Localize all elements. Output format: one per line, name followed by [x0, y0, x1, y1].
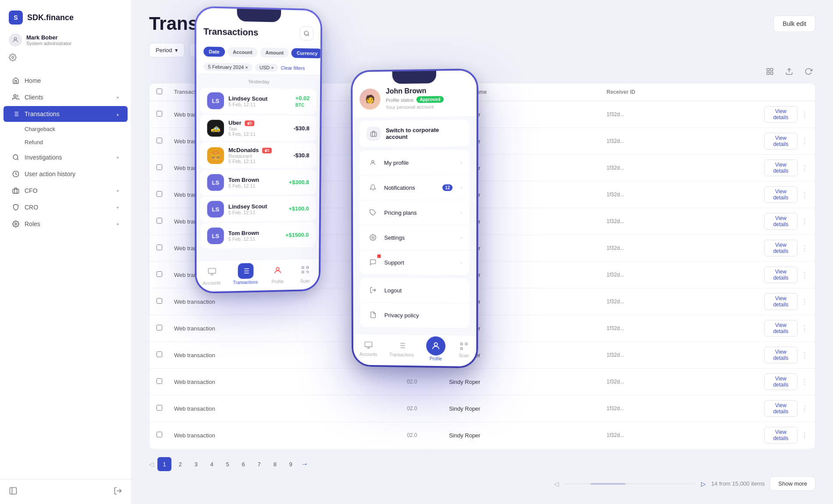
page-btn-9[interactable]: 9 — [284, 457, 298, 471]
select-all-checkbox[interactable] — [157, 89, 162, 94]
tx-item-mcdonalds[interactable]: 🍔 McDonalds 🏷 Restaurant5 Feb, 12:11 -$3… — [200, 142, 316, 169]
row-more-icon[interactable]: ⋮ — [801, 271, 808, 279]
tx-item-tom2[interactable]: LS Tom Brown 5 Feb, 12:11 +$1500.0 — [200, 222, 316, 249]
bnav-scan[interactable]: Scan — [297, 262, 313, 283]
scroll-right-btn[interactable]: ▷ — [701, 480, 706, 487]
switch-corporate-btn[interactable]: Switch to corporate account — [360, 120, 469, 147]
grid-view-icon[interactable] — [763, 64, 777, 78]
tx-item-lindsey2[interactable]: LS Lindsey Scout 5 Feb, 12:11 +$100.0 — [200, 196, 316, 222]
sidebar-item-user-action-history[interactable]: User action history — [4, 166, 128, 182]
menu-item-pricing-plans[interactable]: Pricing plans › — [360, 200, 470, 225]
clear-filters-btn[interactable]: Clear filters — [281, 65, 305, 71]
sidebar-item-transactions[interactable]: Transactions ▴ — [4, 106, 128, 122]
tab-currency[interactable]: Currency — [292, 48, 320, 58]
p2-bnav-accounts[interactable]: Accounts — [360, 339, 377, 357]
period-filter[interactable]: Period ▾ — [149, 43, 185, 57]
page-btn-1[interactable]: 1 — [157, 457, 171, 471]
sidebar-item-investigations[interactable]: Investigations ▾ — [4, 149, 128, 165]
sidebar-item-home[interactable]: Home — [4, 73, 128, 89]
sidebar-item-cfo[interactable]: CFO ▾ — [4, 183, 128, 199]
view-details-button[interactable]: View details — [764, 133, 797, 149]
row-more-icon[interactable]: ⋮ — [801, 110, 808, 119]
tab-amount[interactable]: Amount — [260, 48, 289, 58]
p2-bnav-profile[interactable]: Profile — [426, 336, 445, 361]
row-checkbox[interactable] — [157, 351, 162, 357]
view-details-button[interactable]: View details — [764, 266, 797, 283]
view-details-button[interactable]: View details — [764, 186, 797, 203]
view-details-button[interactable]: View details — [764, 213, 797, 230]
bulk-edit-button[interactable]: Bulk edit — [773, 15, 815, 32]
row-checkbox[interactable] — [157, 432, 162, 437]
tab-account[interactable]: Account — [228, 47, 258, 57]
view-details-button[interactable]: View details — [764, 320, 797, 337]
row-checkbox[interactable] — [157, 218, 162, 224]
filter-chip-date[interactable]: 5 February 2024 × — [203, 63, 253, 71]
row-checkbox[interactable] — [157, 111, 162, 117]
view-details-button[interactable]: View details — [764, 400, 797, 417]
export-icon[interactable] — [782, 64, 796, 78]
sidebar-collapse-btn[interactable] — [9, 486, 18, 497]
tab-date[interactable]: Date — [203, 46, 225, 57]
row-more-icon[interactable]: ⋮ — [801, 324, 808, 333]
view-details-button[interactable]: View details — [764, 160, 797, 176]
sidebar-item-clients[interactable]: Clients ▾ — [4, 89, 128, 105]
logout-btn[interactable]: Logout — [360, 278, 469, 303]
view-details-button[interactable]: View details — [764, 373, 797, 390]
page-btn-4[interactable]: 4 — [205, 457, 219, 471]
horizontal-scrollbar[interactable] — [564, 483, 696, 485]
row-checkbox[interactable] — [157, 405, 162, 411]
menu-item-my-profile[interactable]: My profile › — [360, 150, 469, 176]
filter-chip-currency[interactable]: USD × — [255, 64, 278, 72]
row-more-icon[interactable]: ⋮ — [801, 164, 808, 172]
page-btn-5[interactable]: 5 — [221, 457, 235, 471]
sidebar-item-roles[interactable]: Roles ▾ — [4, 216, 128, 232]
scroll-left-btn[interactable]: ◁ — [554, 480, 559, 487]
row-checkbox[interactable] — [157, 164, 162, 170]
sidebar-item-refund[interactable]: Refund — [4, 136, 128, 149]
sidebar-settings[interactable] — [0, 53, 131, 68]
bnav-accounts[interactable]: Accounts — [203, 263, 221, 285]
tx-item-lindsey1[interactable]: LS Lindsey Scout 5 Feb, 12:11 +0.02BTC — [200, 88, 317, 114]
view-details-button[interactable]: View details — [764, 347, 797, 363]
next-page-btn[interactable]: → — [301, 460, 308, 468]
page-btn-3[interactable]: 3 — [189, 457, 203, 471]
view-details-button[interactable]: View details — [764, 293, 797, 310]
row-checkbox[interactable] — [157, 298, 162, 304]
sidebar-item-cro[interactable]: CRO ▾ — [4, 199, 128, 215]
page-btn-6[interactable]: 6 — [236, 457, 250, 471]
bnav-profile[interactable]: Profile — [270, 262, 286, 284]
row-checkbox[interactable] — [157, 325, 162, 330]
row-more-icon[interactable]: ⋮ — [801, 244, 808, 252]
row-more-icon[interactable]: ⋮ — [801, 351, 808, 359]
page-btn-2[interactable]: 2 — [173, 457, 187, 471]
row-checkbox[interactable] — [157, 245, 162, 250]
menu-item-notifications[interactable]: Notifications 12 › — [360, 175, 470, 200]
row-checkbox[interactable] — [157, 378, 162, 384]
row-more-icon[interactable]: ⋮ — [801, 431, 808, 440]
page-btn-8[interactable]: 8 — [268, 457, 282, 471]
phone1-search-btn[interactable] — [299, 26, 313, 41]
row-more-icon[interactable]: ⋮ — [801, 137, 808, 146]
bnav-transactions[interactable]: Transactions — [233, 263, 258, 284]
p2-bnav-scan[interactable]: Scan — [458, 340, 470, 358]
view-details-button[interactable]: View details — [764, 240, 797, 256]
row-more-icon[interactable]: ⋮ — [801, 405, 808, 413]
row-more-icon[interactable]: ⋮ — [801, 298, 808, 306]
row-checkbox[interactable] — [157, 138, 162, 143]
view-details-button[interactable]: View details — [764, 427, 797, 444]
show-more-button[interactable]: Show more — [770, 476, 815, 491]
row-more-icon[interactable]: ⋮ — [801, 217, 808, 226]
tx-item-uber[interactable]: 🚕 Uber 🏷 Taxi5 Feb, 12:11 -$30.8 — [200, 115, 317, 141]
row-more-icon[interactable]: ⋮ — [801, 191, 808, 199]
menu-item-support[interactable]: Support › — [360, 250, 469, 275]
tx-item-tom1[interactable]: LS Tom Brown 5 Feb, 12:11 +$300.8 — [200, 170, 316, 195]
menu-item-settings[interactable]: Settings › — [360, 225, 470, 250]
sidebar-item-chargeback[interactable]: Chargeback — [4, 123, 128, 135]
p2-bnav-transactions[interactable]: Transactions — [389, 339, 414, 357]
refresh-icon[interactable] — [801, 64, 815, 78]
row-more-icon[interactable]: ⋮ — [801, 378, 808, 386]
privacy-policy-btn[interactable]: Privacy policy — [360, 302, 469, 328]
view-details-button[interactable]: View details — [764, 106, 797, 123]
sidebar-logout-btn[interactable] — [114, 486, 122, 497]
row-checkbox[interactable] — [157, 271, 162, 277]
